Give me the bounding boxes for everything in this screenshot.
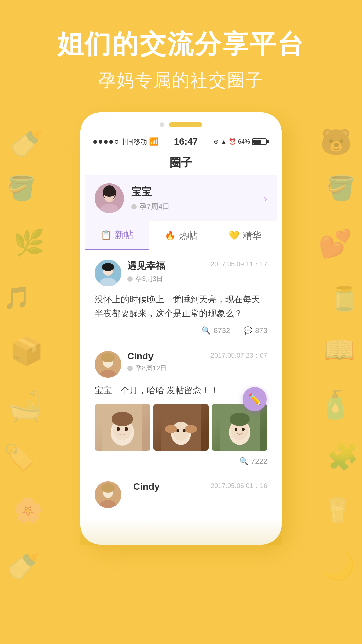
views-icon-2: 🔍 bbox=[239, 457, 248, 466]
svg-point-31 bbox=[235, 428, 237, 431]
fab-edit-icon: ✏️ bbox=[248, 393, 261, 406]
battery-body bbox=[252, 138, 267, 145]
profile-chevron-icon[interactable]: › bbox=[264, 192, 267, 205]
signal-dot-5 bbox=[115, 140, 118, 144]
battery-percent: 64% bbox=[238, 138, 250, 145]
phone-screen: 中国移动 📶 16:47 ⊕ ▲ ⏰ 64% bbox=[85, 132, 277, 535]
signal-dot-3 bbox=[104, 140, 108, 144]
profile-card[interactable]: 宝宝 孕7周4日 › bbox=[85, 175, 277, 221]
phone-mockup: 中国移动 📶 16:47 ⊕ ▲ ⏰ 64% bbox=[0, 112, 362, 545]
feed-item-1-comment-count: 873 bbox=[255, 326, 267, 335]
feed-item-3[interactable]: Cindy 2017.05.06 01：16 bbox=[85, 472, 277, 512]
feed-item-2-time: 2017.05.07 23：07 bbox=[210, 351, 267, 360]
feed-item-2-view-count: 7222 bbox=[251, 457, 267, 466]
feed-item-1-view-count: 8732 bbox=[214, 326, 230, 335]
svg-point-18 bbox=[125, 427, 128, 431]
feed-item-1-avatar-image bbox=[95, 260, 121, 286]
tab-best[interactable]: 💛 精华 bbox=[213, 221, 277, 250]
navigation-icon: ▲ bbox=[221, 138, 227, 145]
wifi-icon: 📶 bbox=[149, 137, 158, 146]
feed-item-3-meta: Cindy bbox=[133, 481, 210, 492]
feed-item-1-subinfo: 孕3周3日 bbox=[127, 274, 210, 283]
feed-item-2-avatar bbox=[95, 351, 121, 378]
fab-button[interactable]: ✏️ bbox=[243, 387, 267, 411]
feed-item-3-avatar-image bbox=[95, 481, 121, 508]
feed-item-2-images bbox=[95, 404, 267, 451]
feed-item-2-views: 🔍 7222 bbox=[239, 457, 267, 466]
feed-week-dot-1 bbox=[127, 276, 133, 282]
baby-photo-2 bbox=[153, 404, 209, 451]
feed-item-1-content: 没怀上的时候晚上一觉睡到天亮，现在每天半夜都要醒来，这个是正常的现象么？ bbox=[95, 292, 267, 320]
feed-item-2-name: Cindy bbox=[127, 351, 210, 362]
svg-point-20 bbox=[114, 415, 131, 426]
views-icon: 🔍 bbox=[202, 326, 211, 335]
feed-week-dot-2 bbox=[127, 366, 133, 371]
svg-point-27 bbox=[185, 425, 197, 433]
avatar bbox=[95, 183, 124, 213]
feed-item-2-subinfo: 孕8周12日 bbox=[127, 364, 210, 373]
feed-item-2-meta: Cindy 孕8周12日 bbox=[127, 351, 210, 373]
signal-dot-4 bbox=[109, 140, 113, 144]
tab-new-icon: 📋 bbox=[101, 230, 111, 240]
profile-info: 宝宝 孕7周4日 bbox=[131, 185, 264, 212]
carrier-name: 中国移动 bbox=[120, 137, 147, 146]
alarm-icon: ⏰ bbox=[229, 138, 236, 145]
feed-item-1-name: 遇见幸福 bbox=[127, 260, 210, 272]
tab-hot-icon: 🔥 bbox=[165, 230, 175, 241]
tab-best-label: 精华 bbox=[243, 229, 261, 242]
feed-item-2-content: 宝宝一个月，哈哈 发帖留念！！ bbox=[95, 384, 267, 398]
baby-photo-3 bbox=[212, 404, 267, 451]
feed-item-3-time: 2017.05.06 01：16 bbox=[210, 481, 267, 490]
phone-top-bar bbox=[85, 119, 277, 132]
signal-dot-2 bbox=[99, 140, 102, 144]
tab-new[interactable]: 📋 新帖 bbox=[85, 221, 149, 250]
feed-item-1-stats: 🔍 8732 💬 873 bbox=[95, 320, 267, 341]
feed-item-3-name: Cindy bbox=[133, 481, 210, 492]
feed-item-1[interactable]: 遇见幸福 孕3周3日 2017.05.09 11：17 没怀上的时候晚上一觉睡到… bbox=[85, 250, 277, 341]
svg-point-33 bbox=[230, 413, 250, 426]
feed-item-3-avatar bbox=[95, 481, 121, 508]
feed-item-2-week: 孕8周12日 bbox=[135, 364, 167, 373]
tab-hot-label: 热帖 bbox=[179, 229, 197, 242]
signal-dots bbox=[93, 140, 118, 144]
signal-dot-1 bbox=[93, 140, 97, 144]
comments-icon: 💬 bbox=[243, 326, 252, 335]
status-left: 中国移动 📶 bbox=[93, 137, 158, 146]
baby-photo-1 bbox=[95, 404, 150, 451]
baby-face-2 bbox=[153, 404, 209, 451]
profile-week: 孕7周4日 bbox=[131, 202, 264, 212]
battery-tip bbox=[267, 140, 269, 143]
baby-face-1 bbox=[95, 404, 150, 451]
svg-point-9 bbox=[102, 263, 114, 271]
feed-item-2-stats: 🔍 7222 bbox=[95, 451, 267, 472]
status-bar: 中国移动 📶 16:47 ⊕ ▲ ⏰ 64% bbox=[85, 132, 277, 150]
tab-hot[interactable]: 🔥 热帖 bbox=[149, 221, 213, 250]
feed-item-1-header: 遇见幸福 孕3周3日 2017.05.09 11：17 bbox=[95, 260, 267, 286]
feed-item-1-comments: 💬 873 bbox=[243, 326, 267, 335]
svg-point-26 bbox=[165, 425, 177, 433]
week-dot-icon bbox=[131, 204, 137, 209]
feed-item-2-avatar-image bbox=[95, 351, 121, 378]
app-title: 圈子 bbox=[85, 150, 277, 175]
svg-point-5 bbox=[103, 187, 116, 197]
feed-item-1-time: 2017.05.09 11：17 bbox=[210, 260, 267, 269]
phone-indicator-dot bbox=[160, 122, 164, 127]
feed-item-1-views: 🔍 8732 bbox=[202, 326, 230, 335]
phone-body: 中国移动 📶 16:47 ⊕ ▲ ⏰ 64% bbox=[80, 112, 282, 545]
phone-indicator-pill bbox=[169, 122, 202, 127]
svg-point-37 bbox=[101, 483, 115, 493]
feed-item-1-week: 孕3周3日 bbox=[135, 274, 163, 283]
feed-item-2-header: Cindy 孕8周12日 2017.05.07 23：07 bbox=[95, 351, 267, 378]
status-time: 16:47 bbox=[174, 136, 198, 147]
baby-face-3 bbox=[212, 404, 267, 451]
tab-new-label: 新帖 bbox=[115, 229, 133, 241]
svg-point-17 bbox=[117, 427, 120, 431]
avatar-image bbox=[95, 183, 124, 213]
hero-header: 姐们的交流分享平台 孕妈专属的社交圈子 bbox=[0, 0, 362, 92]
tab-best-icon: 💛 bbox=[229, 230, 239, 241]
feed-item-2[interactable]: Cindy 孕8周12日 2017.05.07 23：07 宝宝一个月，哈哈 发… bbox=[85, 341, 277, 472]
content-tabs: 📋 新帖 🔥 热帖 💛 精华 bbox=[85, 221, 277, 250]
svg-point-32 bbox=[242, 428, 245, 431]
battery-fill bbox=[253, 140, 261, 144]
sub-title: 孕妈专属的社交圈子 bbox=[0, 69, 362, 92]
